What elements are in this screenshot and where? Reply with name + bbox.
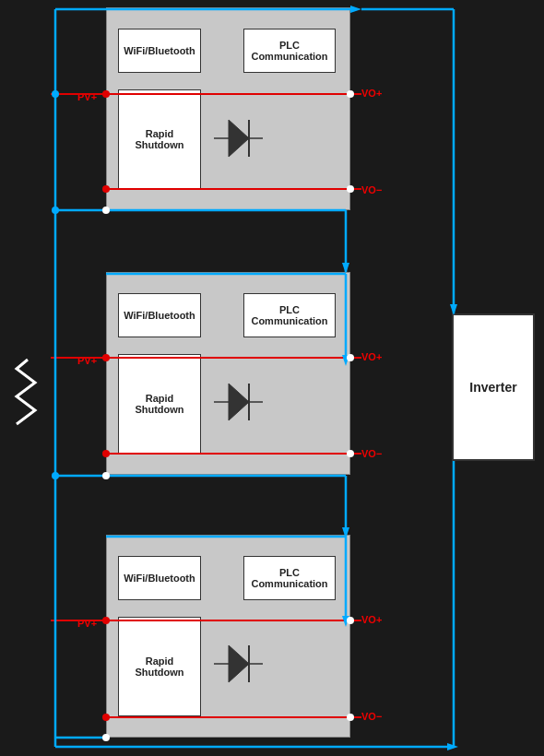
wifi-box-top: WiFi/Bluetooth <box>118 29 201 73</box>
shutdown-box-mid: Rapid Shutdown <box>118 354 201 454</box>
vo-plus-mid: VO+ <box>361 351 382 362</box>
svg-point-74 <box>52 472 59 479</box>
pv-plus-mid: PV+ <box>77 355 97 366</box>
wifi-box-bot: WiFi/Bluetooth <box>118 556 201 600</box>
module-top: WiFi/Bluetooth PLC Communication Rapid S… <box>106 7 350 210</box>
plc-box-top: PLC Communication <box>243 29 336 73</box>
wifi-box-mid: WiFi/Bluetooth <box>118 293 201 337</box>
svg-point-72 <box>52 90 59 98</box>
vo-minus-bot: VO− <box>361 711 382 722</box>
vo-plus-bot: VO+ <box>361 614 382 625</box>
svg-marker-11 <box>350 6 361 13</box>
plc-box-mid: PLC Communication <box>243 293 336 337</box>
svg-point-73 <box>52 207 59 214</box>
shutdown-box-bot: Rapid Shutdown <box>118 617 201 716</box>
plc-box-bot: PLC Communication <box>243 556 336 600</box>
vo-plus-top: VO+ <box>361 88 382 99</box>
vo-minus-mid: VO− <box>361 448 382 459</box>
inverter-box: Inverter <box>452 313 535 461</box>
vo-minus-top: VO− <box>361 184 382 195</box>
module-bot: WiFi/Bluetooth PLC Communication Rapid S… <box>106 535 350 738</box>
pv-plus-bot: PV+ <box>77 618 97 629</box>
diagram: WiFi/Bluetooth PLC Communication Rapid S… <box>0 0 544 756</box>
pv-plus-top: PV+ <box>77 91 97 102</box>
svg-marker-53 <box>447 743 458 750</box>
shutdown-box-top: Rapid Shutdown <box>118 89 201 189</box>
module-mid: WiFi/Bluetooth PLC Communication Rapid S… <box>106 272 350 475</box>
